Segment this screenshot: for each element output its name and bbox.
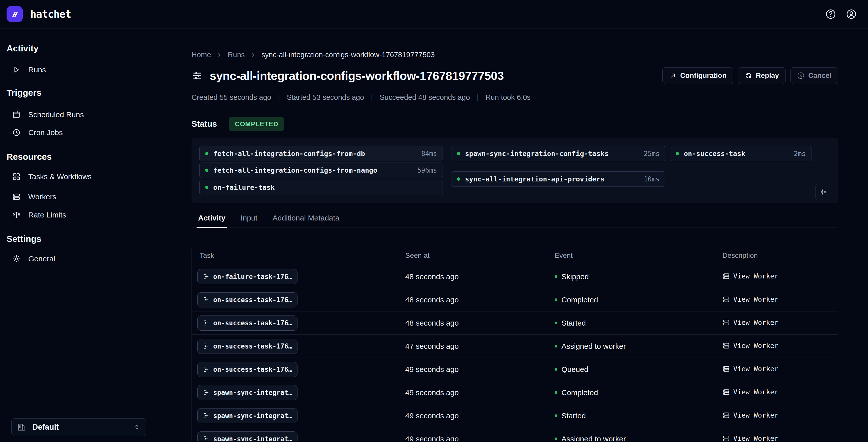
server-icon: [722, 435, 730, 441]
view-worker-link[interactable]: View Worker: [722, 318, 778, 326]
seen-at-value: 48 seconds ago: [405, 296, 555, 304]
task-status-dot: [205, 152, 209, 155]
sidebar-item-general[interactable]: General: [6, 251, 158, 266]
status-label: Status: [191, 119, 217, 129]
breadcrumb: Home Runs sync-all-integration-configs-w…: [191, 50, 838, 59]
table-row: on-failure-task-176… 48 seconds ago Skip…: [192, 265, 838, 288]
task-badge[interactable]: on-success-task-176…: [197, 315, 298, 331]
seen-at-value: 49 seconds ago: [405, 365, 555, 374]
calendar-icon: [12, 110, 21, 119]
seen-at-value: 47 seconds ago: [405, 342, 555, 350]
seen-at-value: 49 seconds ago: [405, 435, 555, 442]
task-status-dot: [457, 152, 460, 155]
server-icon: [12, 193, 21, 201]
event-status-dot: [555, 414, 557, 417]
tab-activity[interactable]: Activity: [196, 214, 227, 228]
sidebar-item-rate-limits[interactable]: Rate Limits: [6, 207, 158, 223]
sidebar-heading-triggers: Triggers: [6, 87, 158, 98]
replay-button[interactable]: Replay: [738, 67, 786, 84]
task-badge[interactable]: spawn-sync-integrat…: [197, 385, 298, 400]
task-enter-icon: [203, 389, 210, 396]
status-badge: COMPLETED: [229, 117, 284, 131]
tab-additional-metadata[interactable]: Additional Metadata: [271, 214, 341, 228]
dag-node[interactable]: fetch-all-integration-configs-from-db 84…: [199, 146, 443, 161]
main-content: Home Runs sync-all-integration-configs-w…: [165, 29, 868, 442]
view-worker-link[interactable]: View Worker: [722, 411, 778, 419]
task-status-dot: [205, 186, 209, 189]
view-worker-link[interactable]: View Worker: [722, 435, 778, 441]
server-icon: [722, 272, 730, 280]
view-worker-link[interactable]: View Worker: [722, 388, 778, 396]
detail-tabs: Activity Input Additional Metadata: [191, 214, 838, 228]
server-icon: [722, 365, 730, 373]
dag-node[interactable]: spawn-sync-integration-config-tasks 25ms: [451, 146, 665, 161]
sidebar-item-cron-jobs[interactable]: Cron Jobs: [6, 125, 158, 140]
task-enter-icon: [203, 296, 210, 303]
column-header-event: Event: [555, 251, 722, 260]
view-worker-link[interactable]: View Worker: [722, 272, 778, 280]
sidebar-item-scheduled-runs[interactable]: Scheduled Runs: [6, 107, 158, 122]
play-icon: [12, 66, 21, 74]
dag-node[interactable]: fetch-all-integration-configs-from-nango…: [199, 163, 443, 178]
event-status-dot: [555, 275, 557, 278]
table-row: spawn-sync-integrat… 49 seconds ago Assi…: [192, 427, 838, 441]
user-account-icon[interactable]: [846, 8, 857, 20]
event-status-dot: [555, 298, 557, 301]
sliders-icon: [191, 70, 203, 81]
table-row: spawn-sync-integrat… 49 seconds ago Star…: [192, 404, 838, 427]
task-badge[interactable]: on-success-task-176…: [197, 362, 298, 377]
view-worker-link[interactable]: View Worker: [722, 295, 778, 303]
sidebar-heading-settings: Settings: [6, 233, 158, 244]
event-status-dot: [555, 391, 557, 394]
view-worker-link[interactable]: View Worker: [722, 365, 778, 373]
tab-input[interactable]: Input: [239, 214, 259, 228]
task-badge[interactable]: on-success-task-176…: [197, 292, 298, 307]
event-status-dot: [555, 368, 557, 371]
seen-at-value: 49 seconds ago: [405, 411, 555, 420]
arrow-up-right-icon: [669, 72, 677, 79]
clock-icon: [12, 128, 21, 137]
run-duration: Run took 6.0s: [486, 93, 531, 102]
chevron-right-icon: [216, 52, 222, 58]
sidebar-item-workers[interactable]: Workers: [6, 189, 158, 204]
task-badge[interactable]: spawn-sync-integrat…: [197, 408, 298, 423]
task-enter-icon: [203, 319, 210, 326]
server-icon: [722, 411, 730, 419]
sidebar: Activity Runs Triggers Scheduled Runs Cr…: [0, 29, 165, 442]
event-status-dot: [555, 345, 557, 347]
task-badge[interactable]: on-failure-task-176…: [197, 269, 298, 284]
view-worker-link[interactable]: View Worker: [722, 342, 778, 349]
task-badge[interactable]: spawn-sync-integrat…: [197, 432, 298, 442]
hatchet-logo-icon[interactable]: [6, 6, 23, 22]
table-header: Task Seen at Event Description: [192, 246, 838, 265]
building-icon: [17, 423, 26, 432]
page-title: sync-all-integration-configs-workflow-17…: [210, 69, 504, 83]
server-icon: [722, 388, 730, 396]
dag-node[interactable]: on-failure-task: [199, 180, 443, 195]
chevron-up-down-icon: [133, 423, 141, 431]
task-badge[interactable]: on-success-task-176…: [197, 339, 298, 354]
brand-name: hatchet: [30, 8, 71, 20]
dag-node[interactable]: sync-all-integration-api-providers 10ms: [451, 171, 665, 187]
task-enter-icon: [203, 436, 210, 441]
table-row: on-success-task-176… 48 seconds ago Star…: [192, 311, 838, 334]
collapse-dag-button[interactable]: [815, 184, 831, 200]
tenant-label: Default: [32, 422, 59, 432]
column-header-task: Task: [192, 251, 405, 260]
collapse-icon: [820, 189, 827, 196]
breadcrumb-home[interactable]: Home: [191, 50, 211, 59]
topbar: hatchet: [0, 0, 868, 29]
task-status-dot: [205, 169, 209, 172]
tenant-selector[interactable]: Default: [11, 418, 146, 436]
activity-table: Task Seen at Event Description on-failur…: [191, 246, 838, 441]
sidebar-item-runs[interactable]: Runs: [6, 62, 158, 77]
run-metadata: Created 55 seconds ago | Started 53 seco…: [191, 93, 838, 102]
cancel-button[interactable]: Cancel: [790, 67, 838, 84]
sidebar-heading-activity: Activity: [6, 43, 158, 54]
breadcrumb-runs[interactable]: Runs: [227, 50, 245, 59]
dag-node[interactable]: on-success-task 2ms: [670, 146, 811, 161]
help-icon[interactable]: [825, 8, 836, 20]
sidebar-item-tasks-workflows[interactable]: Tasks & Workflows: [6, 169, 158, 184]
configuration-button[interactable]: Configuration: [662, 67, 734, 84]
event-label: Skipped: [561, 272, 589, 281]
